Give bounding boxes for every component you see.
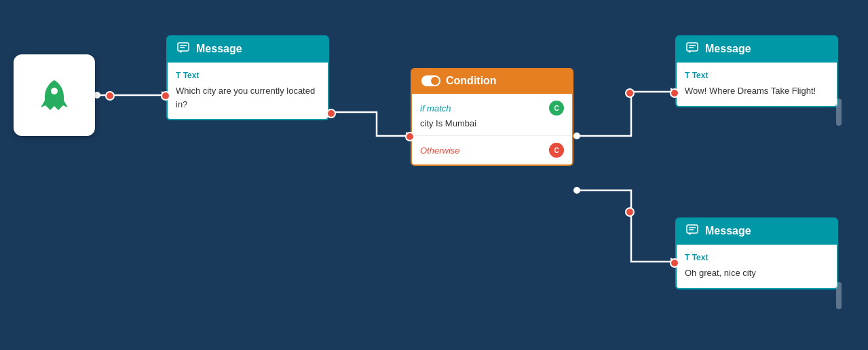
message-title-3: Message: [705, 225, 751, 237]
connector-msg1-in[interactable]: [161, 91, 170, 101]
scroll-indicator-msg3: [836, 282, 842, 309]
connector-msg3-in[interactable]: [670, 258, 679, 268]
otherwise-section: Otherwise C: [412, 136, 572, 164]
condition-body: if match C city Is Mumbai Otherwise C: [411, 94, 573, 166]
message-node-3[interactable]: Message T Text Oh great, nice city: [675, 217, 838, 290]
chat-icon-1: [177, 42, 191, 56]
condition-title: Condition: [446, 75, 497, 87]
connector-start-out[interactable]: [105, 91, 115, 101]
message-node-2[interactable]: Message T Text Wow! Where Dreams Take Fl…: [675, 35, 838, 107]
message-body-3: T Text Oh great, nice city: [675, 245, 838, 290]
svg-rect-15: [687, 225, 698, 233]
svg-rect-12: [687, 43, 698, 51]
connector-cond-in[interactable]: [405, 132, 415, 141]
field-text-2: Wow! Where Dreams Take Flight!: [685, 84, 829, 98]
chat-icon-3: [686, 224, 700, 238]
svg-point-6: [573, 187, 580, 194]
if-match-label: if match: [420, 103, 451, 113]
toggle-icon: [421, 75, 440, 86]
message-header-1: Message: [166, 35, 329, 63]
condition-node[interactable]: Condition if match C city Is Mumbai Othe…: [411, 68, 573, 166]
connector-msg1-out[interactable]: [326, 109, 336, 118]
message-title-2: Message: [705, 43, 751, 55]
message-node-1[interactable]: Message T Text Which city are you curren…: [166, 35, 329, 120]
field-label-2: T Text: [685, 71, 829, 80]
message-body-1: T Text Which city are you currently loca…: [166, 63, 329, 120]
condition-header: Condition: [411, 68, 573, 94]
connector-msg2-in[interactable]: [670, 88, 679, 98]
message-title-1: Message: [196, 43, 242, 55]
message-body-2: T Text Wow! Where Dreams Take Flight!: [675, 63, 838, 107]
start-node[interactable]: [14, 54, 95, 136]
scroll-indicator-msg2: [836, 99, 842, 126]
otherwise-dot: C: [549, 143, 564, 158]
otherwise-label: Otherwise: [420, 145, 460, 156]
field-label-1: T Text: [176, 71, 320, 80]
connector-cond-match-out[interactable]: [625, 88, 635, 98]
canvas: Message T Text Which city are you curren…: [0, 0, 868, 350]
chat-icon-2: [686, 42, 700, 56]
field-text-1: Which city are you currently located in?: [176, 84, 320, 111]
match-dot: C: [549, 101, 564, 116]
svg-point-4: [573, 133, 580, 139]
condition-match-section: if match C city Is Mumbai: [412, 94, 572, 136]
field-text-3: Oh great, nice city: [685, 266, 829, 280]
message-header-2: Message: [675, 35, 838, 63]
rocket-icon: [34, 75, 75, 116]
svg-point-8: [51, 88, 58, 94]
message-header-3: Message: [675, 217, 838, 245]
condition-match-row: if match C: [420, 101, 564, 116]
svg-rect-9: [178, 43, 189, 51]
city-value: city Is Mumbai: [420, 118, 564, 128]
field-label-3: T Text: [685, 253, 829, 262]
connector-cond-otherwise-out[interactable]: [625, 207, 635, 217]
